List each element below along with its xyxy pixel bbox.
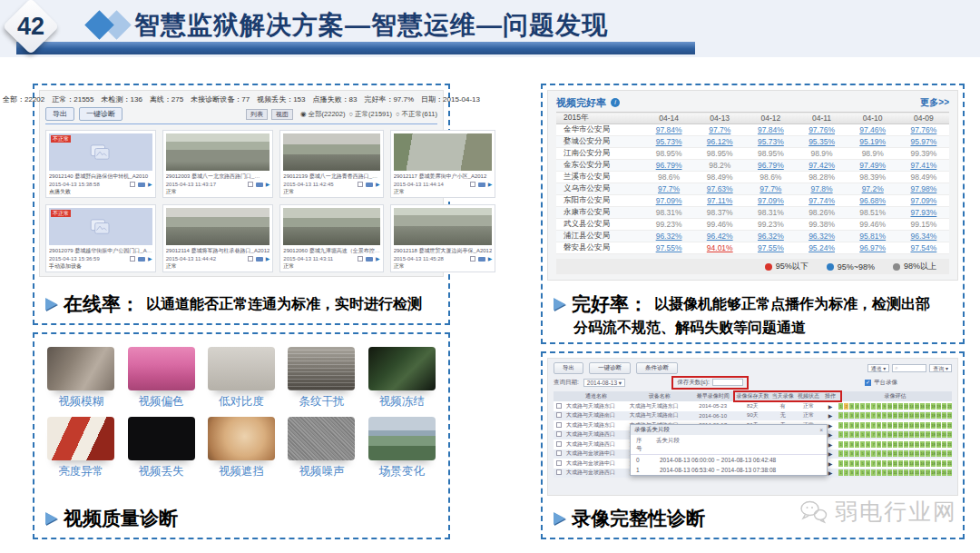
checkbox[interactable] <box>130 182 135 187</box>
play-icon[interactable]: ▶ <box>266 182 270 187</box>
play-icon[interactable]: ▶ <box>148 182 152 187</box>
info-icon[interactable]: i <box>611 98 620 107</box>
more-link[interactable]: 更多>> <box>920 96 949 109</box>
rate-value-link[interactable]: 97.55% <box>643 242 694 254</box>
folder-icon[interactable] <box>256 257 263 262</box>
keep-days-input[interactable] <box>712 379 743 386</box>
rate-value-link[interactable]: 97.46% <box>848 124 898 136</box>
rate-value-link[interactable]: 97.49% <box>848 160 898 172</box>
rate-value-link[interactable]: 96.32% <box>745 231 796 242</box>
rate-value-link[interactable]: 94.01% <box>694 242 745 254</box>
rate-value-link[interactable]: 97.09% <box>898 195 949 207</box>
condition-diagnose-button[interactable]: 条件诊断 <box>636 362 678 374</box>
rate-value-link[interactable]: 97.7% <box>694 124 745 136</box>
rate-value-link[interactable]: 97.54% <box>898 242 949 254</box>
rate-value-link[interactable]: 97.76% <box>898 124 949 136</box>
filter-radio[interactable]: ◉ 全部(22202) <box>300 110 345 118</box>
rate-value-link[interactable]: 96.68% <box>848 195 898 207</box>
channel-select[interactable]: 通道 ▾ <box>867 364 890 372</box>
rate-value-link[interactable]: 97.42% <box>796 160 847 172</box>
row-checkbox[interactable] <box>556 422 562 428</box>
rate-value-link[interactable]: 96.32% <box>796 231 847 242</box>
folder-icon[interactable] <box>478 257 485 262</box>
search-input[interactable]: ⌕ <box>892 364 926 372</box>
rate-value-link[interactable]: 97.7% <box>745 183 796 195</box>
folder-icon[interactable] <box>256 183 263 187</box>
rate-value-link[interactable]: 97.76% <box>796 124 847 136</box>
rate-value-link[interactable]: 97.09% <box>745 195 796 207</box>
rate-value-link[interactable]: 95.81% <box>848 231 898 242</box>
rate-value-link[interactable]: 97.55% <box>745 242 796 254</box>
folder-icon[interactable] <box>366 257 373 262</box>
play-icon[interactable]: ▶ <box>828 451 833 457</box>
rate-value-link[interactable]: 97.74% <box>796 195 847 207</box>
play-icon[interactable]: ▶ <box>488 256 493 262</box>
rate-value-link[interactable]: 97.7% <box>643 183 694 195</box>
row-checkbox[interactable] <box>556 450 562 456</box>
checkbox[interactable] <box>358 256 363 262</box>
folder-icon[interactable] <box>478 183 485 187</box>
filter-radio[interactable]: ○ 不正常(611) <box>396 110 437 118</box>
row-checkbox[interactable] <box>556 412 562 418</box>
rate-value-link[interactable]: 96.79% <box>745 160 796 172</box>
play-icon[interactable]: ▶ <box>376 256 380 262</box>
query-button[interactable]: 查询 ▾ <box>929 364 952 372</box>
checkbox-checked-icon[interactable]: ✓ <box>865 380 871 386</box>
play-icon[interactable]: ▶ <box>828 423 833 429</box>
rate-value-link[interactable]: 95.97% <box>898 136 949 148</box>
checkbox[interactable] <box>248 256 253 262</box>
play-icon[interactable]: ▶ <box>828 404 833 410</box>
rate-value-link[interactable]: 97.63% <box>694 183 745 195</box>
play-icon[interactable]: ▶ <box>148 256 152 262</box>
rate-value-link[interactable]: 97.84% <box>643 124 694 136</box>
play-icon[interactable]: ▶ <box>828 432 833 438</box>
close-icon[interactable]: × <box>819 427 823 433</box>
rate-value-link[interactable]: 97.41% <box>898 160 949 172</box>
folder-icon[interactable] <box>138 183 145 187</box>
checkbox[interactable] <box>470 182 475 187</box>
row-checkbox[interactable] <box>556 460 562 466</box>
checkbox[interactable] <box>248 182 253 187</box>
play-icon[interactable]: ▶ <box>376 182 380 187</box>
export-button[interactable]: 导出 <box>45 107 74 121</box>
rate-value-link[interactable]: 95.73% <box>643 136 694 148</box>
rate-value-link[interactable]: 97.8% <box>796 183 847 195</box>
select-all-checkbox[interactable] <box>554 391 564 401</box>
rate-value-link[interactable]: 97.93% <box>898 207 949 219</box>
rate-value-link[interactable]: 97.98% <box>898 183 949 195</box>
row-checkbox[interactable] <box>556 431 562 437</box>
rate-value-link[interactable]: 96.32% <box>643 231 694 242</box>
rate-value-link[interactable]: 95.35% <box>796 136 847 148</box>
row-checkbox[interactable] <box>556 469 562 475</box>
checkbox[interactable] <box>470 256 475 262</box>
folder-icon[interactable] <box>366 183 373 187</box>
rate-value-link[interactable]: 95.19% <box>848 136 898 148</box>
play-icon[interactable]: ▶ <box>828 413 833 419</box>
play-icon[interactable]: ▶ <box>488 182 493 187</box>
list-view-button[interactable]: 列表 <box>246 109 268 120</box>
checkbox[interactable] <box>130 256 135 262</box>
filter-radio[interactable]: ○ 正常(21591) <box>348 110 391 118</box>
checkbox[interactable] <box>358 182 363 187</box>
rate-value-link[interactable]: 97.09% <box>643 195 694 207</box>
rate-value-link[interactable]: 96.97% <box>848 242 898 254</box>
one-key-diagnose-button[interactable]: 一键诊断 <box>589 362 631 374</box>
rate-value-link[interactable]: 97.2% <box>848 183 898 195</box>
play-icon[interactable]: ▶ <box>266 256 270 262</box>
rate-value-link[interactable]: 96.42% <box>694 231 745 242</box>
rate-value-link[interactable]: 96.79% <box>643 160 694 172</box>
rate-value-link[interactable]: 97.84% <box>745 124 796 136</box>
row-checkbox[interactable] <box>556 441 562 447</box>
rate-value-link[interactable]: 95.24% <box>796 242 847 254</box>
export-button[interactable]: 导出 <box>554 362 583 374</box>
rate-value-link[interactable]: 97.11% <box>694 195 745 207</box>
play-icon[interactable]: ▶ <box>828 470 833 476</box>
rate-value-link[interactable]: 95.73% <box>745 136 796 148</box>
folder-icon[interactable] <box>138 257 145 262</box>
grid-view-button[interactable]: 视图 <box>271 109 293 120</box>
one-key-diagnose-button[interactable]: 一键诊断 <box>79 107 122 121</box>
rate-value-link[interactable]: 96.34% <box>898 231 949 242</box>
play-icon[interactable]: ▶ <box>828 461 833 467</box>
row-checkbox[interactable] <box>556 403 562 409</box>
rate-value-link[interactable]: 96.12% <box>694 136 745 148</box>
